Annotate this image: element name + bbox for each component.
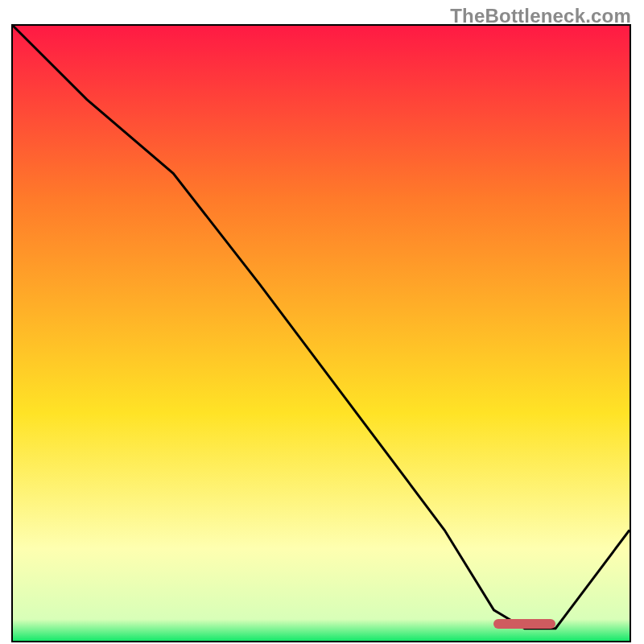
optimal-range-marker xyxy=(493,619,555,629)
curve-path xyxy=(13,26,630,629)
chart-frame xyxy=(11,24,631,642)
bottleneck-curve xyxy=(13,26,630,641)
